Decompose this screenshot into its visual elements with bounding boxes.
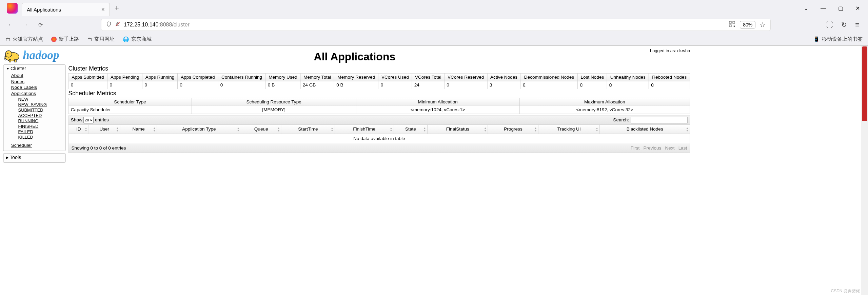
metric-cell: 0 xyxy=(107,81,142,89)
column-header: Active Nodes xyxy=(487,73,520,81)
metric-cell: <memory:1024, vCores:1> xyxy=(356,106,519,114)
metric-cell[interactable]: 0 xyxy=(607,81,649,89)
sidebar-sublink[interactable]: ACCEPTED xyxy=(18,113,42,118)
disclosure-down-icon: ▼ xyxy=(6,67,9,71)
url-input[interactable]: 172.25.10.140:8088/cluster 80% ☆ xyxy=(101,19,771,31)
cluster-metrics-heading: Cluster Metrics xyxy=(68,65,690,72)
vertical-scrollbar[interactable] xyxy=(861,46,868,295)
column-header[interactable]: Blacklisted Nodes xyxy=(600,125,690,134)
metric-cell: 24 GB xyxy=(300,81,334,89)
sort-icon xyxy=(116,127,119,132)
window-minimize-button[interactable]: — xyxy=(821,5,826,11)
browser-tab[interactable]: All Applications × xyxy=(22,3,110,16)
login-prefix: Logged in as: xyxy=(650,48,677,53)
sidebar-link-scheduler[interactable]: Scheduler xyxy=(11,143,32,148)
sidebar-group-head[interactable]: ▶Tools xyxy=(6,155,62,160)
new-tab-button[interactable]: + xyxy=(115,4,119,13)
sidebar-sublink[interactable]: SUBMITTED xyxy=(18,107,43,112)
metric-cell: 0 B xyxy=(334,81,378,89)
zoom-level-badge[interactable]: 80% xyxy=(740,21,755,28)
pager-button[interactable]: Previous xyxy=(643,145,661,151)
tabs-dropdown-icon[interactable]: ⌄ xyxy=(804,5,808,12)
browser-chrome: All Applications × + ⌄ — ▢ ✕ ← → ⟳ 172.2… xyxy=(0,0,868,46)
metric-cell: <memory:8192, vCores:32> xyxy=(519,106,690,114)
sort-icon xyxy=(595,127,598,132)
nav-reload-button[interactable]: ⟳ xyxy=(35,22,45,28)
mobile-bookmarks[interactable]: 📱移动设备上的书签 xyxy=(813,36,863,42)
show-suffix: entries xyxy=(95,117,109,123)
column-header: Unhealthy Nodes xyxy=(607,73,649,81)
column-header: Decommissioned Nodes xyxy=(520,73,578,81)
sidebar-link[interactable]: Node Labels xyxy=(11,85,37,90)
sidebar-sublink[interactable]: KILLED xyxy=(18,135,33,139)
column-header: Rebooted Nodes xyxy=(649,73,690,81)
column-header[interactable]: State xyxy=(394,125,427,134)
svg-rect-4 xyxy=(729,25,731,27)
bookmark-item[interactable]: 新手上路 xyxy=(51,36,79,42)
undo-icon[interactable]: ↻ xyxy=(841,21,847,29)
metric-cell[interactable]: 0 xyxy=(578,81,607,89)
window-close-button[interactable]: ✕ xyxy=(855,5,860,12)
close-tab-icon[interactable]: × xyxy=(101,6,105,13)
column-header[interactable]: Name xyxy=(120,125,157,134)
metric-cell[interactable]: 0 xyxy=(520,81,578,89)
sidebar-sublink[interactable]: FAILED xyxy=(18,129,33,134)
scrollbar-thumb[interactable] xyxy=(862,46,867,121)
column-header[interactable]: Tracking UI xyxy=(538,125,600,134)
column-header[interactable]: FinalStatus xyxy=(428,125,488,134)
metric-cell: 0 B xyxy=(265,81,300,89)
page-length-select[interactable]: 20 xyxy=(84,117,94,123)
url-host: 172.25.10.140 xyxy=(124,22,158,27)
sidebar-sublink[interactable]: NEW xyxy=(18,97,28,101)
column-header: Minimum Allocation xyxy=(356,98,519,106)
bookmark-label: 火狐官方站点 xyxy=(13,36,43,42)
url-path: :8088/cluster xyxy=(158,22,190,27)
hadoop-logo[interactable]: hadoop xyxy=(3,47,59,63)
mobile-icon: 📱 xyxy=(813,36,820,42)
metric-cell: 0 xyxy=(142,81,178,89)
column-header: Maximum Allocation xyxy=(519,98,690,106)
app-menu-icon[interactable]: ≡ xyxy=(855,21,859,29)
sidebar-sublink[interactable]: RUNNING xyxy=(18,118,39,123)
sidebar-link[interactable]: Applications xyxy=(11,91,36,96)
metric-cell: 24 xyxy=(412,81,445,89)
pager-button[interactable]: Last xyxy=(678,145,687,151)
column-header[interactable]: FinishTime xyxy=(335,125,394,134)
firefox-logo-icon[interactable] xyxy=(7,3,18,14)
sidebar-link[interactable]: Nodes xyxy=(11,79,24,84)
svg-rect-5 xyxy=(733,25,733,25)
column-header[interactable]: Application Type xyxy=(157,125,241,134)
pager-button[interactable]: First xyxy=(631,145,639,151)
bookmark-item[interactable]: 🗀火狐官方站点 xyxy=(5,36,43,42)
search-input[interactable] xyxy=(631,117,688,123)
nav-back-button[interactable]: ← xyxy=(5,22,16,28)
pager-button[interactable]: Next xyxy=(665,145,675,151)
sidebar-sublink[interactable]: FINISHED xyxy=(18,124,39,129)
cluster-metrics-table: Apps SubmittedApps PendingApps RunningAp… xyxy=(68,73,690,89)
column-header: Apps Submitted xyxy=(68,73,107,81)
column-header[interactable]: StartTime xyxy=(281,125,335,134)
sort-icon xyxy=(484,127,487,132)
sort-icon xyxy=(686,127,689,132)
sidebar-link[interactable]: About xyxy=(11,73,23,78)
bookmark-label: 移动设备上的书签 xyxy=(822,36,863,42)
bookmark-item[interactable]: 🌐京东商城 xyxy=(123,36,152,42)
column-header[interactable]: User xyxy=(88,125,120,134)
bookmark-item[interactable]: 🗀常用网址 xyxy=(87,36,115,42)
column-header: Memory Total xyxy=(300,73,334,81)
column-header[interactable]: Queue xyxy=(241,125,281,134)
sidebar-group-head[interactable]: ▼Cluster xyxy=(6,66,62,72)
column-header[interactable]: Progress xyxy=(488,125,538,134)
sort-icon xyxy=(237,127,240,132)
bookmark-label: 新手上路 xyxy=(59,36,79,42)
window-maximize-button[interactable]: ▢ xyxy=(838,5,843,12)
metric-cell: [MEMORY] xyxy=(192,106,356,114)
sidebar-sublink[interactable]: NEW_SAVING xyxy=(18,102,47,107)
screenshot-icon[interactable]: ⛶ xyxy=(826,21,833,29)
firefox-icon xyxy=(51,37,57,42)
qr-icon[interactable] xyxy=(729,21,735,28)
bookmark-star-icon[interactable]: ☆ xyxy=(760,21,766,29)
metric-cell[interactable]: 0 xyxy=(649,81,690,89)
column-header[interactable]: ID xyxy=(68,125,88,134)
metric-cell[interactable]: 3 xyxy=(487,81,520,89)
